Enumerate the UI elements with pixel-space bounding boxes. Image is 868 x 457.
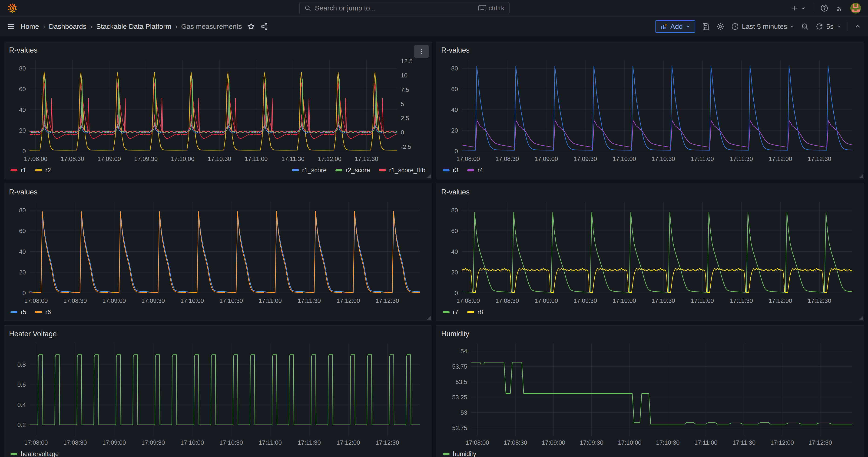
time-series-chart[interactable]: 52.755353.2553.553.755417:08:0017:08:301… bbox=[441, 340, 859, 448]
plus-icon bbox=[791, 5, 798, 12]
panel-r-values-3: R-values02040608017:08:0017:08:3017:09:0… bbox=[436, 183, 864, 321]
refresh-icon bbox=[815, 23, 824, 30]
add-panel-label: Add bbox=[671, 23, 683, 30]
time-range-label: Last 5 minutes bbox=[742, 23, 787, 30]
svg-text:17:12:00: 17:12:00 bbox=[337, 439, 360, 446]
time-range-picker[interactable]: Last 5 minutes bbox=[731, 23, 795, 30]
svg-text:17:09:00: 17:09:00 bbox=[542, 439, 565, 446]
legend-item[interactable]: r3 bbox=[443, 167, 458, 174]
add-panel-button[interactable]: Add bbox=[655, 20, 695, 33]
panel-r-values-2: R-values02040608017:08:0017:08:3017:09:0… bbox=[4, 183, 432, 321]
svg-text:80: 80 bbox=[451, 207, 458, 214]
search-input[interactable]: Search or jump to... ctrl+k bbox=[299, 2, 509, 14]
collapse-toolbar-button[interactable] bbox=[855, 23, 861, 30]
add-panel-icon bbox=[660, 23, 668, 30]
clock-icon bbox=[731, 23, 739, 30]
grafana-logo[interactable] bbox=[7, 3, 18, 13]
svg-text:17:12:00: 17:12:00 bbox=[769, 155, 792, 162]
refresh-picker[interactable]: 5s bbox=[815, 23, 841, 30]
svg-text:53.25: 53.25 bbox=[452, 394, 467, 401]
legend-item[interactable]: r7 bbox=[443, 309, 458, 316]
svg-text:53.5: 53.5 bbox=[455, 378, 467, 385]
time-series-chart[interactable]: 02040608017:08:0017:08:3017:09:0017:09:3… bbox=[441, 199, 859, 307]
legend-item[interactable]: r1 bbox=[10, 167, 26, 174]
svg-text:20: 20 bbox=[19, 269, 26, 276]
svg-text:12.5: 12.5 bbox=[401, 58, 413, 65]
panel-title[interactable]: R-values bbox=[9, 188, 427, 199]
legend-label: r1_score_lttb bbox=[389, 167, 425, 174]
topnav-divider bbox=[813, 3, 813, 13]
svg-text:54: 54 bbox=[461, 348, 467, 355]
time-series-chart[interactable]: 020406080-2.502.557.51012.517:08:0017:08… bbox=[9, 57, 427, 165]
svg-text:17:09:30: 17:09:30 bbox=[574, 155, 597, 162]
svg-text:17:08:00: 17:08:00 bbox=[24, 155, 48, 162]
svg-text:17:11:30: 17:11:30 bbox=[733, 439, 755, 446]
search-icon bbox=[304, 5, 311, 12]
svg-text:17:08:30: 17:08:30 bbox=[495, 155, 519, 162]
panel-resize-handle[interactable] bbox=[859, 315, 863, 320]
panel-legend: r7r8 bbox=[441, 307, 859, 318]
svg-text:40: 40 bbox=[451, 106, 458, 113]
svg-text:52.75: 52.75 bbox=[452, 424, 467, 431]
time-series-chart[interactable]: 02040608017:08:0017:08:3017:09:0017:09:3… bbox=[9, 199, 427, 307]
legend-item[interactable]: heatervoltage bbox=[10, 451, 59, 457]
series-heatervoltage bbox=[9, 355, 427, 425]
news-button[interactable] bbox=[835, 4, 843, 12]
dashboard-settings-button[interactable] bbox=[716, 22, 724, 31]
help-button[interactable] bbox=[820, 4, 829, 12]
svg-text:17:10:30: 17:10:30 bbox=[219, 297, 243, 304]
legend-label: r8 bbox=[477, 309, 483, 316]
breadcrumb-separator: › bbox=[175, 23, 177, 30]
legend-item[interactable]: r1_score_lttb bbox=[379, 167, 425, 174]
breadcrumb-item[interactable]: Home bbox=[21, 23, 39, 30]
svg-text:17:10:00: 17:10:00 bbox=[613, 155, 636, 162]
legend-item[interactable]: r2 bbox=[35, 167, 51, 174]
svg-text:17:09:30: 17:09:30 bbox=[134, 155, 158, 162]
chevron-down-icon bbox=[790, 24, 795, 29]
hamburger-icon bbox=[7, 22, 16, 31]
toolbar-divider bbox=[847, 22, 848, 31]
breadcrumb-item[interactable]: Dashboards bbox=[49, 23, 87, 30]
series-r5 bbox=[9, 212, 427, 293]
panel-legend: r5r6 bbox=[9, 307, 427, 318]
svg-text:17:08:30: 17:08:30 bbox=[63, 439, 87, 446]
panel-title[interactable]: R-values bbox=[9, 46, 427, 57]
legend-item[interactable]: r8 bbox=[467, 309, 483, 316]
panel-heater-voltage-4: Heater Voltage0.20.40.60.817:08:0017:08:… bbox=[4, 325, 432, 457]
panel-resize-handle[interactable] bbox=[859, 174, 863, 178]
legend-swatch bbox=[35, 169, 42, 172]
svg-text:17:11:00: 17:11:00 bbox=[259, 297, 282, 304]
svg-text:17:09:00: 17:09:00 bbox=[102, 439, 126, 446]
panel-title[interactable]: Heater Voltage bbox=[9, 330, 427, 340]
panel-title[interactable]: R-values bbox=[441, 188, 859, 199]
share-button[interactable] bbox=[260, 23, 268, 30]
legend-item[interactable]: r4 bbox=[467, 167, 483, 174]
svg-text:17:12:30: 17:12:30 bbox=[808, 439, 832, 446]
panel-resize-handle[interactable] bbox=[427, 315, 431, 320]
legend-item[interactable]: humidity bbox=[443, 451, 476, 457]
legend-item[interactable]: r2_score bbox=[335, 167, 370, 174]
breadcrumb-item[interactable]: Stackable Data Platform bbox=[96, 23, 171, 30]
panel-r-values-1: R-values02040608017:08:0017:08:3017:09:0… bbox=[436, 42, 864, 179]
chevron-down-icon bbox=[836, 24, 841, 29]
save-dashboard-button[interactable] bbox=[702, 23, 710, 30]
panel-title[interactable]: Humidity bbox=[441, 330, 859, 340]
avatar[interactable] bbox=[850, 3, 861, 13]
add-new-button[interactable] bbox=[791, 5, 806, 12]
panel-resize-handle[interactable] bbox=[427, 174, 431, 178]
legend-item[interactable]: r5 bbox=[10, 309, 26, 316]
series-r3 bbox=[441, 66, 859, 150]
svg-text:17:11:30: 17:11:30 bbox=[730, 297, 753, 304]
panel-menu-button[interactable] bbox=[414, 44, 429, 58]
favorite-button[interactable] bbox=[247, 23, 255, 30]
svg-text:17:09:00: 17:09:00 bbox=[97, 155, 121, 162]
legend-swatch bbox=[292, 169, 299, 172]
time-series-chart[interactable]: 0.20.40.60.817:08:0017:08:3017:09:0017:0… bbox=[9, 340, 427, 448]
legend-item[interactable]: r6 bbox=[35, 309, 51, 316]
panel-title[interactable]: R-values bbox=[441, 46, 859, 57]
time-series-chart[interactable]: 02040608017:08:0017:08:3017:09:0017:09:3… bbox=[441, 57, 859, 165]
mega-menu-button[interactable] bbox=[7, 22, 16, 31]
legend-label: r2_score bbox=[346, 167, 370, 174]
zoom-out-button[interactable] bbox=[801, 23, 809, 30]
legend-item[interactable]: r1_score bbox=[292, 167, 327, 174]
